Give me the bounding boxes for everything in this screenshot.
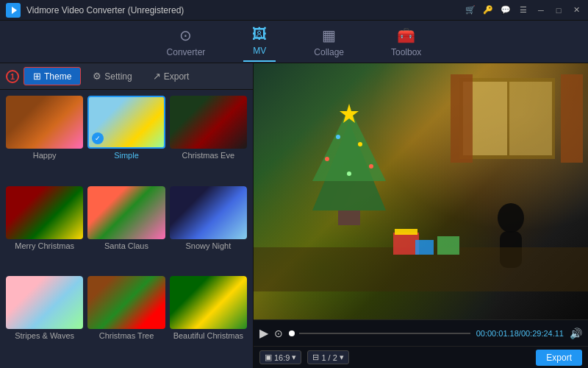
key-icon[interactable]: 🔑 [482, 4, 494, 16]
page-dropdown-icon: ▾ [340, 353, 344, 362]
preview-area [254, 63, 588, 319]
maximize-button[interactable]: □ [553, 4, 564, 16]
tab-collage[interactable]: ▦ Collage [305, 22, 353, 62]
svg-point-11 [358, 142, 362, 146]
left-panel: 1 ⊞ Theme ⚙ Setting ↗ Export Happy [0, 63, 254, 368]
app-title: Vidmore Video Converter (Unregistered) [26, 5, 465, 15]
svg-point-9 [325, 157, 329, 161]
playback-controls: ▶ ⊙ 00:00:01.18/00:29:24.11 🔊 [254, 319, 588, 346]
page-icon: ⊟ [312, 353, 319, 362]
toolbox-icon: 🧰 [397, 26, 415, 44]
theme-snowy-night-label: Snowy Night [170, 241, 247, 250]
svg-point-13 [347, 171, 351, 176]
converter-icon: ⊙ [179, 26, 192, 44]
tab-bar: ⊙ Converter 🖼 MV ▦ Collage 🧰 Toolbox [0, 21, 588, 63]
svg-marker-0 [12, 7, 17, 14]
theme-happy-label: Happy [6, 151, 83, 160]
selected-check-icon: ✓ [92, 132, 104, 144]
subtab-theme[interactable]: ⊞ Theme [24, 67, 81, 85]
bottom-bar: ▣ 16:9 ▾ ⊟ 1 / 2 ▾ Export [254, 346, 588, 368]
window-controls: 🛒 🔑 💬 ☰ ─ □ ✕ [465, 4, 582, 16]
svg-rect-21 [437, 236, 459, 255]
export-icon: ↗ [153, 71, 161, 82]
export-button[interactable]: Export [536, 350, 582, 366]
progress-handle[interactable] [289, 330, 295, 336]
time-display: 00:00:01.18/00:29:24.11 [476, 329, 564, 338]
theme-christmas-tree-label: Christmas Tree [87, 331, 165, 340]
theme-merry-christmas[interactable]: Merry Christmas [6, 186, 83, 272]
tab-collage-label: Collage [314, 47, 344, 57]
gear-icon: ⚙ [93, 71, 101, 82]
svg-rect-8 [338, 210, 360, 225]
progress-bar[interactable] [289, 330, 470, 336]
svg-point-15 [498, 203, 524, 233]
ratio-button[interactable]: ▣ 16:9 ▾ [259, 350, 301, 364]
play-button[interactable]: ▶ [259, 326, 268, 340]
theme-beautiful-christmas[interactable]: Beautiful Christmas [170, 276, 247, 362]
theme-santa-claus-label: Santa Claus [87, 241, 165, 250]
svg-rect-19 [395, 229, 417, 235]
right-panel: ▶ ⊙ 00:00:01.18/00:29:24.11 🔊 ▣ 16:9 ▾ ⊟… [254, 63, 588, 368]
theme-snowy-night[interactable]: Snowy Night [170, 186, 247, 272]
theme-stripes-waves[interactable]: Stripes & Waves [6, 276, 83, 362]
svg-point-12 [369, 164, 373, 169]
subtab-bar: 1 ⊞ Theme ⚙ Setting ↗ Export [0, 63, 253, 90]
ratio-icon: ▣ [265, 353, 272, 362]
stop-button[interactable]: ⊙ [274, 328, 283, 339]
tab-toolbox[interactable]: 🧰 Toolbox [382, 22, 430, 62]
theme-santa-claus[interactable]: Santa Claus [87, 186, 165, 272]
cart-icon[interactable]: 🛒 [465, 4, 476, 16]
badge-1: 1 [6, 70, 19, 83]
mv-icon: 🖼 [252, 26, 267, 43]
scene-svg [254, 63, 588, 319]
theme-christmas-eve-label: Christmas Eve [170, 151, 247, 160]
svg-rect-3 [509, 82, 552, 155]
page-button[interactable]: ⊟ 1 / 2 ▾ [307, 350, 348, 364]
subtab-export-label: Export [164, 71, 190, 82]
tab-toolbox-label: Toolbox [391, 47, 421, 57]
subtab-setting-label: Setting [104, 71, 132, 82]
theme-grid-icon: ⊞ [33, 71, 41, 82]
theme-merry-christmas-label: Merry Christmas [6, 241, 83, 250]
subtab-theme-label: Theme [44, 71, 71, 82]
tab-mv[interactable]: 🖼 MV [243, 21, 276, 62]
titlebar: Vidmore Video Converter (Unregistered) 🛒… [0, 0, 588, 21]
theme-christmas-eve[interactable]: Christmas Eve [170, 96, 247, 182]
theme-simple[interactable]: ✓ Simple [87, 96, 165, 182]
collage-icon: ▦ [322, 26, 336, 44]
subtab-setting[interactable]: ⚙ Setting [84, 68, 140, 85]
svg-point-10 [336, 135, 340, 139]
theme-happy[interactable]: Happy [6, 96, 83, 182]
theme-christmas-tree[interactable]: Christmas Tree [87, 276, 165, 362]
svg-rect-4 [451, 74, 473, 163]
minimize-button[interactable]: ─ [535, 4, 547, 16]
app-logo [6, 3, 21, 18]
svg-rect-5 [561, 74, 583, 163]
menu-icon[interactable]: ☰ [517, 4, 529, 16]
chat-icon[interactable]: 💬 [500, 4, 512, 16]
preview-image [254, 63, 588, 319]
main-content: 1 ⊞ Theme ⚙ Setting ↗ Export Happy [0, 63, 588, 368]
svg-rect-18 [393, 233, 419, 255]
tab-converter[interactable]: ⊙ Converter [158, 22, 215, 62]
progress-track [299, 333, 470, 334]
close-button[interactable]: ✕ [570, 4, 582, 16]
svg-rect-20 [415, 240, 434, 255]
ratio-dropdown-icon: ▾ [292, 353, 296, 362]
volume-icon[interactable]: 🔊 [570, 328, 582, 339]
theme-stripes-label: Stripes & Waves [6, 331, 83, 340]
theme-grid: Happy ✓ Simple Christmas Eve Merry Chris… [0, 90, 253, 368]
subtab-export[interactable]: ↗ Export [144, 68, 198, 85]
theme-beautiful-label: Beautiful Christmas [170, 331, 247, 340]
tab-converter-label: Converter [167, 47, 206, 57]
tab-mv-label: MV [253, 46, 266, 56]
theme-simple-label: Simple [87, 151, 165, 160]
